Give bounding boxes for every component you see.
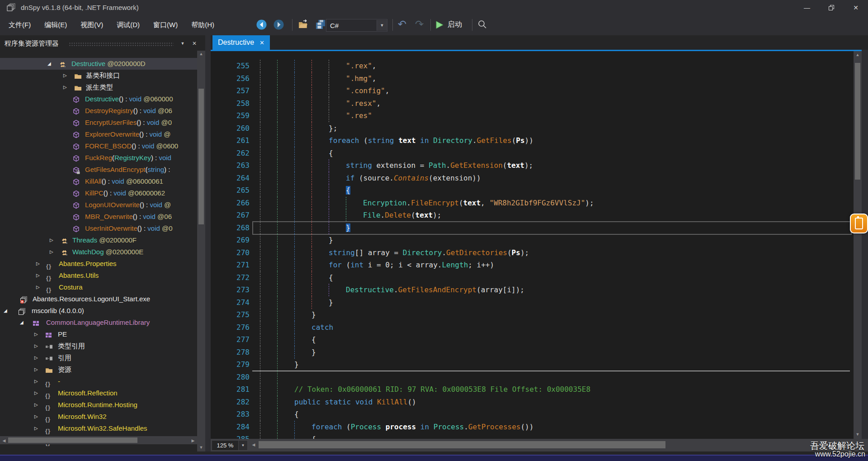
open-folder-icon[interactable] (297, 19, 309, 32)
code-editor[interactable]: 255".rex",256".hmg",257".config",258".re… (211, 51, 854, 439)
code-line[interactable]: 271for (int i = 0; i < array.Length; i++… (211, 259, 853, 271)
tree-row[interactable]: ▷基类和接口 (0, 70, 197, 81)
navigate-forward-icon[interactable] (273, 19, 284, 32)
code-line[interactable]: 278} (211, 346, 853, 359)
expander-closed-icon[interactable]: ▷ (36, 270, 40, 281)
tree-vscrollbar[interactable]: ▲ ▼ (197, 51, 205, 451)
tree-row[interactable]: ◢CommonLanguageRuntimeLibrary (0, 317, 197, 328)
tree-row[interactable]: DestroyRegistry() : void @06 (0, 105, 197, 117)
tree-row[interactable]: ▷派生类型 (0, 81, 197, 93)
minimize-button[interactable]: — (799, 3, 815, 13)
menu-item-0[interactable]: 文件(F) (2, 15, 38, 34)
start-icon[interactable] (435, 20, 444, 31)
tree-hscrollbar[interactable]: ◀ ▶ (0, 436, 197, 444)
code-line[interactable]: 261foreach (string text in Directory.Get… (211, 134, 853, 147)
tree-row[interactable]: ▷PE (0, 328, 197, 340)
code-line[interactable]: 282public static void KillAll() (211, 396, 853, 409)
editor-hscroll-thumb[interactable] (259, 441, 665, 448)
tree-row[interactable]: EncryptUserFiles() : void @0 (0, 117, 197, 128)
code-line[interactable]: 284foreach (Process process in Process.G… (211, 421, 853, 433)
expander-closed-icon[interactable]: ▷ (34, 328, 38, 340)
code-line[interactable]: 273Destructive.GetFilesAndEncrypt(array[… (211, 284, 853, 296)
menu-item-5[interactable]: 帮助(H) (184, 15, 221, 34)
tree-row[interactable]: ◢Destructive @0200000D (0, 58, 197, 70)
code-line[interactable]: 274} (211, 296, 853, 309)
code-line[interactable]: 275} (211, 309, 853, 321)
expander-closed-icon[interactable]: ▷ (34, 364, 38, 375)
code-line[interactable]: 265{ (211, 184, 853, 197)
code-line[interactable]: 269} (211, 234, 853, 247)
code-line[interactable]: 263string extension = Path.GetExtension(… (211, 159, 853, 172)
tree-row[interactable]: ▷Threads @0200000F (0, 234, 197, 246)
tree-row[interactable]: ▷{}Microsoft.Reflection (0, 387, 197, 399)
tree-row[interactable]: ▷{}Microsoft.Runtime.Hosting (0, 399, 197, 411)
menu-item-2[interactable]: 视图(V) (74, 15, 110, 34)
expander-closed-icon[interactable]: ▷ (36, 281, 40, 293)
expander-closed-icon[interactable]: ▷ (63, 70, 67, 81)
menu-item-4[interactable]: 窗口(W) (146, 15, 184, 34)
code-line[interactable]: 262{ (211, 147, 853, 160)
code-line[interactable]: 270string[] array = Directory.GetDirecto… (211, 247, 853, 259)
code-line[interactable]: 255".rex", (211, 60, 853, 72)
expander-open-icon[interactable]: ◢ (4, 305, 7, 317)
chevron-down-icon[interactable]: ▼ (377, 20, 387, 31)
close-button[interactable]: ✕ (848, 3, 863, 13)
code-line[interactable]: 281// Token: 0x06000061 RID: 97 RVA: 0x0… (211, 383, 853, 396)
expander-closed-icon[interactable]: ▷ (34, 387, 38, 399)
tree-row[interactable]: GetFilesAndEncrypt(string) : (0, 164, 197, 176)
expander-closed-icon[interactable]: ▷ (34, 423, 38, 434)
expander-closed-icon[interactable]: ▷ (34, 340, 38, 352)
expander-closed-icon[interactable]: ▷ (63, 81, 67, 93)
tree-row[interactable]: ▷{}Abantes.Properties (0, 258, 197, 270)
panel-close-icon[interactable]: ✕ (190, 39, 199, 48)
language-selector[interactable]: C# ▼ (326, 19, 387, 32)
panel-header[interactable]: 程序集资源管理器 ▼ ✕ (0, 38, 205, 50)
zoom-chevron-icon[interactable]: ▼ (238, 440, 248, 451)
code-line[interactable]: 268} (211, 222, 853, 234)
panel-menu-chevron-icon[interactable]: ▼ (178, 39, 187, 48)
tree-row[interactable]: ▷{}Microsoft.Win32 (0, 411, 197, 423)
code-line[interactable]: 264if (source.Contains(extension)) (211, 172, 853, 185)
code-line[interactable]: 256".hmg", (211, 72, 853, 85)
tree-row[interactable]: ▷{}- (0, 375, 197, 387)
tree-row[interactable]: MBR_Overwrite() : void @06 (0, 211, 197, 223)
hscroll-left-arrow[interactable]: ◀ (250, 442, 257, 447)
navigate-back-icon[interactable] (256, 19, 267, 32)
tree-row[interactable]: ◢mscorlib (4.0.0.0) (0, 305, 197, 317)
code-line[interactable]: 285{ (211, 433, 853, 439)
redo-icon[interactable]: ↷ (415, 18, 424, 30)
editor-vscrollbar[interactable]: ▲ ▼ (854, 51, 862, 439)
tree-row[interactable]: ExplorerOverwrite() : void @ (0, 128, 197, 140)
tree-row[interactable]: Abantes.Resources.LogonUI_Start.exe (0, 293, 197, 305)
expander-open-icon[interactable]: ◢ (47, 58, 51, 70)
expander-closed-icon[interactable]: ▷ (50, 246, 53, 258)
tree-row[interactable]: ▷资源 (0, 364, 197, 375)
zoom-level-selector[interactable]: 125 % (212, 440, 239, 451)
code-line[interactable]: 257".config", (211, 85, 853, 97)
tree-row[interactable]: FORCE_BSOD() : void @0600 (0, 140, 197, 152)
expander-closed-icon[interactable]: ▷ (34, 399, 38, 411)
code-line[interactable]: 266Encryption.FileEncrypt(text, "WR8h2GI… (211, 197, 853, 209)
title-bar[interactable]: dnSpy v6.1.8 (64-bit, .NET Framework) — … (0, 0, 868, 15)
code-line[interactable]: 279} (211, 358, 853, 371)
menu-item-1[interactable]: 编辑(E) (38, 15, 74, 34)
expander-closed-icon[interactable]: ▷ (36, 258, 40, 270)
expander-open-icon[interactable]: ◢ (20, 317, 24, 328)
code-line[interactable]: 276catch (211, 321, 853, 334)
search-icon[interactable] (477, 19, 487, 31)
tree-row[interactable]: KillAll() : void @06000061 (0, 176, 197, 187)
menu-item-3[interactable]: 调试(D) (110, 15, 146, 34)
tree-row[interactable]: ▷引用 (0, 352, 197, 364)
code-line[interactable]: 258".resx", (211, 97, 853, 110)
tree-row[interactable]: Destructive() : void @060000 (0, 93, 197, 105)
tree-row[interactable]: UserInitOverwrite() : void @0 (0, 223, 197, 234)
expander-closed-icon[interactable]: ▷ (34, 352, 38, 364)
code-line[interactable]: 277{ (211, 333, 853, 346)
expander-closed-icon[interactable]: ▷ (34, 411, 38, 423)
code-line[interactable]: 267File.Delete(text); (211, 209, 853, 222)
code-line[interactable]: 260}; (211, 122, 853, 135)
tree-row[interactable]: ▷{}Microsoft.Win32.SafeHandles (0, 423, 197, 434)
undo-icon[interactable]: ↶ (398, 18, 406, 30)
tree-row[interactable]: LogonUIOverwrite() : void @ (0, 199, 197, 211)
tree-row[interactable]: ▷类型引用 (0, 340, 197, 352)
